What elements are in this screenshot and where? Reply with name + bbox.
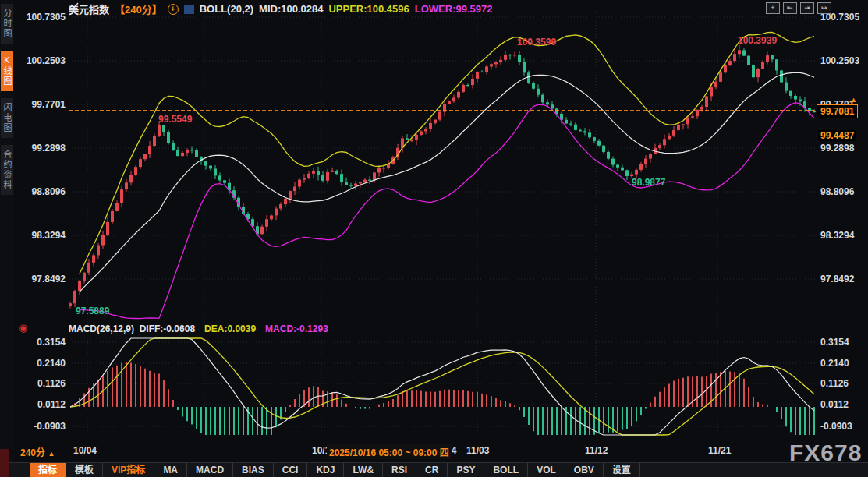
add-indicator-icon[interactable]: + (168, 4, 179, 15)
price-tick-left: 98.8096 (14, 186, 66, 197)
price-tick-right: 98.8096 (820, 186, 854, 197)
boll-lower-value: LOWER:99.5972 (415, 3, 493, 15)
price-tick-left: 98.3294 (14, 230, 66, 241)
price-tick-left: 97.8492 (14, 274, 66, 284)
swing-high-label: 100.3599 (517, 37, 556, 48)
toolbar-item-ma[interactable]: MA (154, 463, 187, 477)
toolbar-item-boll[interactable]: BOLL (484, 463, 528, 477)
boll-label: BOLL(20,2) (200, 3, 253, 15)
toolbar-item-bias[interactable]: BIAS (233, 463, 274, 477)
toolbar-item-settings[interactable]: 设置 (604, 463, 640, 477)
swing-low-label: 98.9877 (632, 177, 665, 188)
price-tick-left: 100.2503 (14, 55, 66, 66)
price-tick-right: 98.3294 (820, 230, 854, 241)
swing-low-label: 97.5889 (76, 306, 109, 316)
corner-strip (0, 449, 9, 477)
price-alert-arrow-icon: ▲ (850, 97, 857, 103)
toolbar-item-vip-indicator[interactable]: VIP指标 (103, 463, 154, 477)
goto-latest-icon[interactable]: ↦ (817, 2, 831, 14)
price-tick-right: 99.2898 (820, 143, 854, 154)
price-tick-left: 99.2898 (14, 143, 66, 154)
macd-tick-left: -0.0903 (14, 421, 66, 432)
sidebar-item-timeshare[interactable]: 分时图 (1, 4, 13, 44)
toolbar-item-vol[interactable]: VOL (528, 463, 565, 477)
date-tick: 11/21 (708, 445, 731, 456)
price-tick-right: 100.2503 (820, 55, 859, 66)
bar-time-tooltip: 2025/10/16 05:00 ~ 09:00 四 (327, 444, 452, 459)
crosshair-icon[interactable]: + (766, 2, 780, 14)
macd-tick-right: 0.0112 (820, 399, 849, 410)
sidebar-item-contract-info[interactable]: 合约资料 (1, 145, 13, 195)
macd-tick-left: 0.2140 (14, 358, 66, 369)
current-price-box: 99.7081 (817, 104, 858, 118)
price-tick-left: 99.7701 (14, 99, 66, 110)
macd-header: MACD(26,12,9) DIFF:-0.0608 DEA:0.0039 MA… (69, 323, 328, 334)
date-tick: 11/12 (585, 445, 608, 456)
chart-header: 美元指数 【240分】 + BOLL(20,2) MID:100.0284 UP… (69, 2, 493, 16)
toolbar-item-macd[interactable]: MACD (187, 463, 233, 477)
macd-tick-right: -0.0903 (820, 421, 852, 432)
sidebar-item-kline[interactable]: K线图 (1, 51, 13, 91)
toolbar-item-kdj[interactable]: KDJ (307, 463, 344, 477)
price-tick-right: 97.8492 (820, 274, 854, 284)
period-selector[interactable]: 240分 ▲ (20, 445, 55, 458)
macd-tick-left: 0.0112 (14, 399, 66, 410)
chart-nav-buttons: + ⇤ ⇥ ↦ (766, 2, 831, 14)
trading-app-window: 分时图 K线图 闪电图 合约资料 美元指数 【240分】 + BOLL(20,2… (0, 0, 868, 477)
toolbar-item-cci[interactable]: CCI (274, 463, 308, 477)
chart-type-sidebar: 分时图 K线图 闪电图 合约资料 (0, 0, 14, 477)
macd-tick-right: 0.3154 (820, 337, 849, 348)
macd-name-and-diff: MACD(26,12,9) DIFF:-0.0608 (69, 323, 195, 334)
macd-hist-value: MACD:-0.1293 (265, 323, 328, 334)
secondary-price-box: 99.4487 (818, 130, 856, 141)
indicator-toolbar: 指标 模板 VIP指标 MA MACD BIAS CCI KDJ LW& RSI… (0, 462, 868, 477)
toolbar-item-rsi[interactable]: RSI (383, 463, 416, 477)
price-tick-left: 100.7305 (14, 12, 66, 23)
pan-right-icon[interactable]: ⇥ (800, 2, 814, 14)
boll-upper-value: UPPER:100.4596 (328, 3, 409, 15)
macd-tick-left: 0.3154 (14, 337, 66, 348)
macd-tick-right: 0.1126 (820, 378, 849, 389)
alert-icon[interactable]: ◉ (19, 322, 27, 334)
boll-mid-value: MID:100.0284 (259, 3, 323, 15)
boll-chart-icon (184, 5, 194, 14)
date-tick: 11/03 (466, 445, 489, 456)
toolbar-item-obv[interactable]: OBV (565, 463, 604, 477)
toolbar-item-indicator[interactable]: 指标 (30, 463, 66, 477)
toolbar-item-cr[interactable]: CR (416, 463, 448, 477)
date-tick: 10/04 (73, 445, 97, 456)
pan-left-icon[interactable]: ⇤ (783, 2, 797, 14)
macd-tick-right: 0.2140 (820, 358, 849, 369)
period-badge: 【240分】 (115, 2, 162, 16)
sidebar-item-lightning[interactable]: 闪电图 (1, 98, 13, 138)
chart-canvas[interactable] (0, 0, 868, 477)
macd-dea-value: DEA:0.0039 (204, 323, 256, 334)
swing-high-label: 99.5549 (158, 114, 192, 125)
toolbar-item-template[interactable]: 模板 (66, 463, 103, 477)
toolbar-item-psy[interactable]: PSY (448, 463, 484, 477)
toolbar-item-lwr[interactable]: LW& (344, 463, 383, 477)
swing-high-label: 100.3939 (738, 35, 777, 46)
macd-tick-left: 0.1126 (14, 378, 66, 389)
